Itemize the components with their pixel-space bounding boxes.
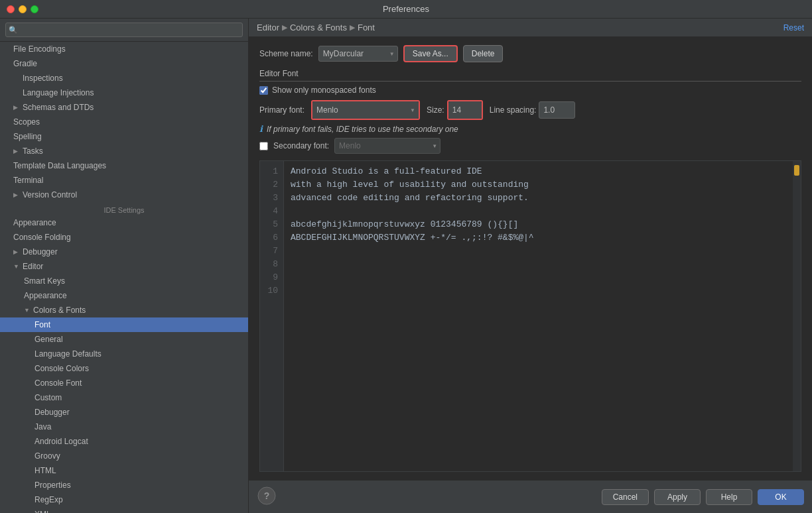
editor-font-section: Editor Font Show only monospaced fonts P… — [259, 69, 801, 154]
scheme-select[interactable]: MyDarcular — [318, 46, 398, 62]
close-button[interactable] — [7, 5, 15, 13]
breadcrumb-font: Font — [358, 23, 375, 32]
breadcrumb-arrow-1: ▶ — [282, 23, 287, 32]
main-container: 🔍 File Encodings Gradle Inspections Lang… — [0, 19, 812, 513]
tree-item-inspections[interactable]: Inspections — [0, 71, 248, 86]
tree-item-version-control[interactable]: ▶Version Control — [0, 188, 248, 202]
tree-item-debugger[interactable]: ▶Debugger — [0, 245, 248, 259]
search-input[interactable] — [5, 23, 243, 37]
secondary-font-select[interactable]: Menlo — [334, 138, 440, 154]
left-panel: 🔍 File Encodings Gradle Inspections Lang… — [0, 19, 249, 513]
title-bar: Preferences — [0, 0, 812, 19]
right-panel: Editor ▶ Colors & Fonts ▶ Font Reset Sch… — [249, 19, 812, 513]
line-spacing-input[interactable] — [539, 101, 575, 119]
scrollbar-track — [793, 161, 801, 471]
tree-item-smart-keys[interactable]: Smart Keys — [0, 274, 248, 288]
help-button[interactable]: Help — [706, 489, 752, 505]
secondary-font-row: Secondary font: Menlo ▼ — [259, 138, 801, 154]
tree-item-regexp[interactable]: RegExp — [0, 492, 248, 507]
tree-item-android-logcat[interactable]: Android Logcat — [0, 434, 248, 449]
scrollbar-thumb[interactable] — [794, 165, 799, 176]
editor-font-title: Editor Font — [259, 69, 801, 82]
ide-settings-label: IDE Settings — [0, 202, 248, 215]
tree-item-console-folding[interactable]: Console Folding — [0, 230, 248, 245]
primary-font-select-wrapper: Menlo ▼ — [311, 100, 420, 120]
tree-item-template-data[interactable]: Template Data Languages — [0, 158, 248, 173]
tree-item-language-injections[interactable]: Language Injections — [0, 86, 248, 100]
tree-item-java[interactable]: Java — [0, 420, 248, 434]
scheme-select-wrapper: MyDarcular ▼ — [318, 46, 398, 62]
tree-item-debugger-colors[interactable]: Debugger — [0, 405, 248, 420]
expand-icon: ▶ — [13, 189, 21, 201]
tree-item-general[interactable]: General — [0, 332, 248, 347]
cancel-button[interactable]: Cancel — [602, 489, 649, 505]
breadcrumb-editor: Editor — [257, 23, 279, 32]
tree-item-gradle[interactable]: Gradle — [0, 56, 248, 71]
expand-icon: ▼ — [13, 260, 21, 272]
tree-item-schemas-dtds[interactable]: ▶Schemas and DTDs — [0, 100, 248, 115]
tree-item-scopes[interactable]: Scopes — [0, 115, 248, 129]
search-wrapper: 🔍 — [5, 23, 243, 37]
scheme-row: Scheme name: MyDarcular ▼ Save As... Del… — [259, 45, 801, 62]
tree-item-xml[interactable]: XML — [0, 507, 248, 513]
help-icon-area: ? — [257, 486, 277, 508]
tree-item-html[interactable]: HTML — [0, 463, 248, 478]
maximize-button[interactable] — [31, 5, 38, 13]
settings-tree: File Encodings Gradle Inspections Langua… — [0, 42, 248, 513]
tree-item-spelling[interactable]: Spelling — [0, 129, 248, 144]
tree-item-language-defaults[interactable]: Language Defaults — [0, 347, 248, 361]
show-monospaced-checkbox[interactable] — [259, 86, 268, 95]
save-as-button[interactable]: Save As... — [403, 45, 458, 62]
info-icon: ℹ — [259, 124, 263, 134]
tree-item-terminal[interactable]: Terminal — [0, 173, 248, 188]
tree-item-properties[interactable]: Properties — [0, 478, 248, 492]
search-box: 🔍 — [0, 19, 248, 42]
reset-button[interactable]: Reset — [783, 23, 804, 32]
primary-font-select[interactable]: Menlo — [312, 101, 419, 119]
svg-text:?: ? — [264, 490, 270, 501]
line-spacing-label: Line spacing: — [490, 105, 537, 115]
primary-font-label: Primary font: — [259, 105, 304, 115]
tree-item-colors-fonts[interactable]: ▼Colors & Fonts — [0, 303, 248, 317]
tree-item-tasks[interactable]: ▶Tasks — [0, 144, 248, 158]
expand-icon: ▶ — [13, 145, 21, 157]
help-icon: ? — [257, 486, 277, 506]
window-title: Preferences — [383, 4, 429, 14]
tree-item-console-font[interactable]: Console Font — [0, 376, 248, 390]
tree-item-appearance-ide[interactable]: Appearance — [0, 215, 248, 230]
line-numbers: 1 2 3 4 5 6 7 8 9 10 — [260, 161, 284, 471]
delete-button[interactable]: Delete — [463, 45, 504, 62]
line-spacing-wrapper: Line spacing: — [490, 101, 576, 119]
scheme-label: Scheme name: — [259, 49, 313, 58]
show-monospaced-label: Show only monospaced fonts — [272, 86, 376, 95]
breadcrumb-colors-fonts: Colors & Fonts — [290, 23, 347, 32]
secondary-font-checkbox[interactable] — [259, 142, 268, 150]
size-label: Size: — [427, 105, 444, 115]
apply-button[interactable]: Apply — [654, 489, 701, 505]
tree-item-console-colors[interactable]: Console Colors — [0, 361, 248, 376]
font-controls-row: Primary font: Menlo ▼ Size: — [259, 100, 801, 120]
bottom-bar: ? Cancel Apply Help OK — [249, 480, 812, 513]
size-wrapper: Size: — [427, 100, 483, 120]
breadcrumb-arrow-2: ▶ — [350, 23, 355, 32]
tree-item-editor[interactable]: ▼Editor — [0, 259, 248, 274]
size-input-wrapper — [447, 100, 483, 120]
secondary-font-select-wrapper: Menlo ▼ — [334, 138, 440, 154]
minimize-button[interactable] — [19, 5, 27, 13]
code-content: Android Studio is a full-featured IDEwit… — [284, 161, 793, 471]
show-monospaced-row: Show only monospaced fonts — [259, 86, 801, 95]
ok-button[interactable]: OK — [758, 489, 804, 505]
size-input[interactable] — [448, 101, 482, 119]
tree-item-groovy[interactable]: Groovy — [0, 449, 248, 463]
tree-item-custom[interactable]: Custom — [0, 390, 248, 405]
expand-icon: ▼ — [24, 304, 32, 316]
secondary-font-label: Secondary font: — [273, 141, 329, 150]
tree-item-font[interactable]: Font — [0, 317, 248, 332]
search-icon: 🔍 — [9, 26, 18, 34]
panel-header: Editor ▶ Colors & Fonts ▶ Font Reset — [249, 19, 812, 37]
tree-item-file-encodings[interactable]: File Encodings — [0, 42, 248, 56]
code-preview: 1 2 3 4 5 6 7 8 9 10 Android Studio is a… — [259, 160, 801, 472]
content-area: Scheme name: MyDarcular ▼ Save As... Del… — [249, 37, 812, 480]
tree-item-appearance-editor[interactable]: Appearance — [0, 288, 248, 303]
expand-icon: ▶ — [13, 246, 21, 258]
